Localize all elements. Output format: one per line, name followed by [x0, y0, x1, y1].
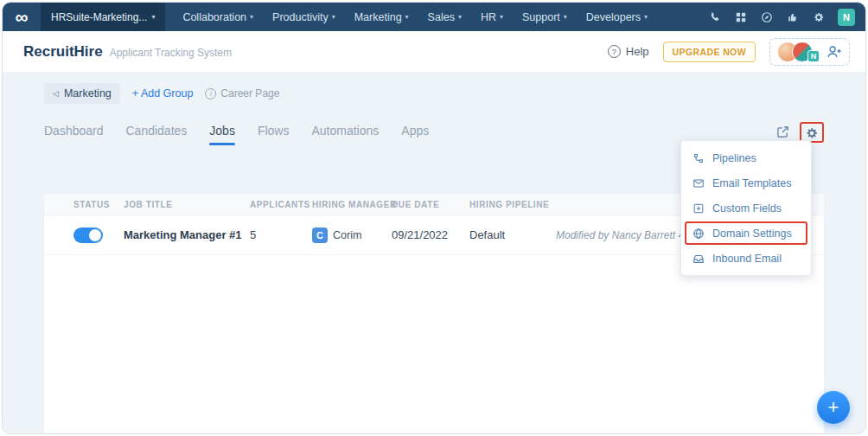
tab-flows[interactable]: Flows: [258, 124, 290, 145]
chevron-down-icon: ▾: [332, 13, 335, 21]
app-name: RecruitHire: [23, 43, 103, 61]
column-header-applicants: APPLICANTS: [250, 200, 312, 209]
hiring-manager-cell: C Corim: [312, 228, 392, 243]
job-settings-gear-icon[interactable]: [805, 126, 819, 140]
group-selector[interactable]: ◁ Marketing: [44, 83, 120, 104]
group-toolbar: ◁ Marketing + Add Group i Career Page: [3, 72, 865, 104]
menu-item-domain-settings[interactable]: Domain Settings: [685, 221, 807, 245]
tab-jobs[interactable]: Jobs: [209, 124, 235, 145]
phone-icon[interactable]: [708, 10, 721, 23]
add-user-icon[interactable]: [827, 45, 842, 59]
appbar-right: ? Help UPGRADE NOW N: [608, 38, 850, 66]
settings-dropdown-menu: Pipelines Email Templates Custom Fields …: [680, 140, 812, 276]
group-label: Marketing: [64, 87, 112, 99]
column-header-status: STATUS: [73, 200, 124, 209]
hiring-pipeline-cell: Default: [469, 228, 556, 241]
infinity-logo-icon: ∞: [16, 8, 29, 26]
nav-item-hr[interactable]: HR▾: [481, 11, 503, 23]
menu-item-inbound-email[interactable]: Inbound Email: [681, 246, 811, 271]
envelope-icon: [692, 177, 705, 189]
user-avatars-group: N: [769, 38, 850, 66]
nav-item-developers[interactable]: Developers▾: [586, 11, 648, 23]
globe-icon: [692, 228, 705, 240]
user-avatar[interactable]: N: [838, 9, 855, 26]
settings-gear-icon[interactable]: [812, 10, 825, 23]
nav-item-marketing[interactable]: Marketing▾: [354, 11, 409, 23]
tab-candidates[interactable]: Candidates: [126, 124, 188, 145]
plus-square-icon: [692, 202, 705, 215]
app-selector-dropdown[interactable]: HRSuite-Marketing... ▾: [41, 3, 165, 31]
help-label: Help: [626, 45, 649, 58]
app-subtitle: Applicant Tracking System: [110, 47, 232, 59]
app-header-bar: RecruitHire Applicant Tracking System ? …: [3, 31, 865, 72]
tab-automations[interactable]: Automations: [311, 124, 379, 145]
zoho-one-logo[interactable]: ∞: [3, 3, 41, 31]
nav-item-support[interactable]: Support▾: [522, 11, 567, 23]
app-title: RecruitHire Applicant Tracking System: [23, 43, 232, 61]
column-header-hiring-pipeline: HIRING PIPELINE: [469, 200, 556, 209]
chevron-down-icon: ▾: [250, 13, 253, 21]
nav-item-productivity[interactable]: Productivity▾: [272, 11, 335, 23]
tab-apps[interactable]: Apps: [401, 124, 429, 145]
back-icon: ◁: [53, 89, 59, 98]
feedback-thumb-icon[interactable]: [786, 10, 799, 23]
applicants-cell[interactable]: 5: [250, 228, 312, 241]
menu-item-pipelines[interactable]: Pipelines: [681, 145, 811, 170]
career-page-link[interactable]: i Career Page: [205, 87, 279, 99]
tab-dashboard[interactable]: Dashboard: [44, 124, 104, 145]
topnav-right-icons: N: [708, 3, 865, 31]
status-toggle[interactable]: [73, 228, 103, 243]
column-header-job-title: JOB TITLE: [124, 200, 250, 209]
apps-grid-icon[interactable]: [734, 10, 747, 23]
chevron-down-icon: ▾: [458, 13, 462, 21]
topnav-menu: Collaboration▾ Productivity▾ Marketing▾ …: [165, 3, 648, 31]
top-navigation: ∞ HRSuite-Marketing... ▾ Collaboration▾ …: [3, 3, 865, 31]
pipelines-icon: [692, 152, 705, 164]
nav-item-collaboration[interactable]: Collaboration▾: [182, 11, 253, 23]
main-content: ◁ Marketing + Add Group i Career Page Da…: [3, 72, 865, 434]
chevron-down-icon: ▾: [564, 13, 567, 21]
column-header-hiring-manager: HIRING MANAGER: [312, 200, 392, 209]
app-selector-label: HRSuite-Marketing...: [51, 11, 147, 23]
menu-item-custom-fields[interactable]: Custom Fields: [681, 196, 811, 221]
nav-item-sales[interactable]: Sales▾: [428, 11, 462, 23]
chevron-down-icon: ▾: [405, 13, 409, 21]
info-icon: i: [205, 88, 216, 99]
question-icon: ?: [608, 45, 621, 58]
chevron-down-icon: ▾: [500, 13, 503, 21]
chevron-down-icon: ▾: [151, 13, 155, 21]
add-job-fab-button[interactable]: +: [817, 391, 850, 424]
help-button[interactable]: ? Help: [608, 45, 649, 58]
manager-name: Corim: [333, 229, 361, 241]
column-header-due-date: DUE DATE: [392, 200, 469, 209]
add-group-link[interactable]: + Add Group: [132, 87, 194, 99]
avatar-badge: N: [807, 50, 820, 62]
toggle-knob: [89, 229, 101, 241]
career-page-label: Career Page: [220, 87, 279, 99]
explore-icon[interactable]: [760, 10, 773, 23]
menu-item-email-templates[interactable]: Email Templates: [681, 170, 811, 196]
app-window: ∞ HRSuite-Marketing... ▾ Collaboration▾ …: [2, 2, 866, 434]
due-date-cell: 09/21/2022: [392, 228, 469, 241]
chevron-down-icon: ▾: [644, 13, 648, 21]
job-title-cell[interactable]: Marketing Manager #1: [124, 228, 250, 241]
manager-avatar: C: [312, 228, 328, 243]
upgrade-now-button[interactable]: UPGRADE NOW: [663, 42, 756, 62]
inbox-icon: [692, 253, 705, 265]
